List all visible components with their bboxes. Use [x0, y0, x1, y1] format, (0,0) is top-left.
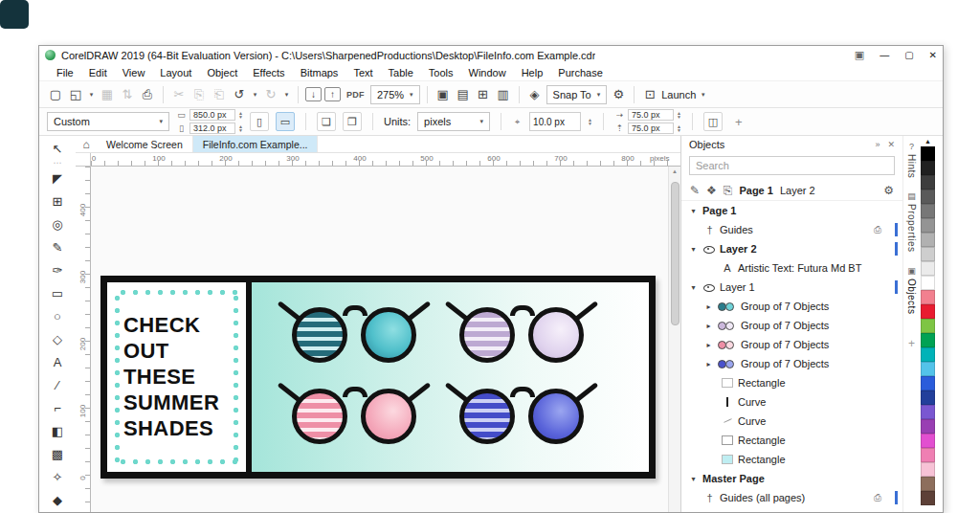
menu-bitmaps[interactable]: Bitmaps	[293, 65, 346, 80]
redo-caret-icon[interactable]: ▾	[282, 91, 291, 99]
page-width-spinner[interactable]: ▲▼	[238, 111, 243, 119]
artwork-text-panel[interactable]: CHECK OUT THESE SUMMER SHADES	[107, 282, 252, 472]
eyedropper-tool[interactable]: ✧	[43, 466, 72, 489]
palette-swatch[interactable]	[921, 362, 935, 376]
artwork-page[interactable]: CHECK OUT THESE SUMMER SHADES	[100, 276, 656, 479]
twisty-closed-icon[interactable]: ▸	[704, 322, 713, 330]
twisty-closed-icon[interactable]: ▸	[704, 302, 713, 311]
docker-collapse-icon[interactable]: »	[875, 140, 880, 149]
undo-icon[interactable]: ↺	[231, 87, 248, 101]
tree-row-rectangle[interactable]: Rectangle	[681, 373, 902, 392]
interactive-fill-tool[interactable]: ◧	[43, 420, 72, 443]
palette-swatch[interactable]	[921, 477, 935, 491]
zoom-tool[interactable]: ◎	[43, 213, 72, 236]
menu-layout[interactable]: Layout	[152, 65, 199, 80]
gallery-icon[interactable]: ▣	[855, 49, 864, 61]
show-rulers-icon[interactable]: ▤	[455, 87, 472, 101]
mesh-fill-tool[interactable]: ▩	[43, 443, 72, 466]
palette-swatch[interactable]	[921, 247, 935, 261]
launch-label[interactable]: Launch	[661, 89, 696, 100]
tab-objects[interactable]: ▣ Objects	[906, 266, 917, 314]
all-pages-button[interactable]: ❏	[317, 112, 336, 131]
units-combo[interactable]: pixels ▾	[417, 112, 490, 131]
duplicate-x-spinner[interactable]: ▲▼	[677, 111, 681, 119]
add-docker-plus-icon[interactable]: +	[908, 337, 915, 350]
palette-swatch[interactable]	[921, 175, 935, 190]
page-preset-combo[interactable]: Custom ▾	[47, 112, 169, 131]
ruler-origin-corner[interactable]	[76, 153, 91, 167]
artwork-glasses-panel[interactable]	[252, 282, 649, 472]
palette-swatch[interactable]	[921, 276, 935, 290]
text-tool[interactable]: A	[43, 351, 72, 374]
polygon-tool[interactable]: ◇	[43, 328, 72, 351]
tree-row-curve[interactable]: Curve	[681, 412, 902, 431]
fullscreen-preview-icon[interactable]: ▣	[434, 87, 452, 101]
copy-icon[interactable]: ⎘	[190, 87, 208, 102]
tree-row-group[interactable]: ▸ Group of 7 Objects	[681, 335, 902, 354]
palette-swatch[interactable]	[921, 491, 935, 505]
menu-tools[interactable]: Tools	[421, 65, 461, 80]
twisty-closed-icon[interactable]: ▸	[704, 360, 713, 368]
snap-to-dropdown[interactable]: Snap To ▾	[546, 85, 608, 104]
visibility-eye-icon[interactable]	[702, 281, 715, 293]
twisty-open-icon[interactable]: ▾	[689, 207, 698, 215]
sunglasses-pair-teal[interactable]	[284, 303, 424, 367]
tab-welcome-screen[interactable]: Welcome Screen	[97, 136, 193, 152]
palette-swatch[interactable]	[921, 333, 935, 347]
rectangle-tool[interactable]: ▭	[43, 282, 72, 305]
printer-icon[interactable]: ⎙	[874, 224, 881, 235]
scroll-up-icon[interactable]: ▲	[669, 168, 680, 174]
palette-swatch[interactable]	[921, 204, 935, 218]
palette-swatch[interactable]	[921, 190, 935, 204]
connector-tool[interactable]: ⌐	[43, 397, 72, 420]
landscape-button[interactable]: ▭	[276, 112, 295, 131]
tree-row-master-page[interactable]: ▾ Master Page	[681, 469, 902, 488]
palette-swatch[interactable]	[921, 146, 935, 161]
duplicate-x-field[interactable]: 75.0 px	[628, 109, 674, 121]
crop-tool[interactable]: ⊞	[43, 190, 72, 213]
palette-swatch[interactable]	[921, 233, 935, 247]
palette-swatch[interactable]	[921, 448, 935, 462]
outline-pen-tool[interactable]: ◆	[43, 489, 72, 512]
tree-row-rectangle[interactable]: Rectangle	[681, 450, 902, 469]
horizontal-ruler[interactable]: 0 100 200 300 400 500 600 700 800 pixels	[91, 153, 680, 167]
twisty-open-icon[interactable]: ▾	[689, 283, 698, 292]
menu-edit[interactable]: Edit	[81, 65, 115, 80]
open-caret-icon[interactable]: ▾	[87, 91, 96, 99]
shape-tool[interactable]: ◤	[43, 167, 72, 190]
page-height-field[interactable]: 312.0 px	[189, 123, 235, 134]
vertical-ruler[interactable]: 400 300 200 100 0	[76, 167, 91, 512]
palette-swatch[interactable]	[921, 390, 935, 405]
launch-caret-icon[interactable]: ▾	[699, 91, 707, 99]
palette-swatch[interactable]	[921, 376, 935, 390]
duplicate-y-field[interactable]: 75.0 px	[628, 123, 674, 134]
ellipse-tool[interactable]: ○	[43, 305, 72, 328]
sunglasses-pair-pink[interactable]	[284, 385, 424, 448]
treat-as-filled-button[interactable]: ◫	[703, 112, 723, 131]
import-icon[interactable]: ↓	[305, 87, 322, 101]
tree-row-group[interactable]: ▸ Group of 7 Objects	[681, 297, 902, 316]
palette-swatch[interactable]	[921, 304, 935, 319]
page-icon[interactable]: ⎘	[724, 184, 733, 197]
options-gear-icon[interactable]: ⚙	[610, 87, 627, 101]
tab-fileinfo-example[interactable]: FileInfo.com Example...	[193, 136, 319, 152]
page-width-field[interactable]: 850.0 px	[189, 109, 235, 121]
menu-object[interactable]: Object	[199, 65, 245, 80]
tab-properties[interactable]: ▤ Properties	[906, 191, 917, 253]
zoom-level-combo[interactable]: 275% ▾	[370, 85, 420, 104]
new-document-icon[interactable]: ▢	[47, 87, 64, 101]
open-icon[interactable]: ◱	[67, 87, 84, 101]
maximize-button[interactable]: ▢	[904, 50, 913, 60]
portrait-button[interactable]: ▯	[250, 112, 269, 131]
tree-row-page1[interactable]: ▾ Page 1	[681, 201, 902, 220]
menu-window[interactable]: Window	[461, 65, 514, 80]
artwork-headline[interactable]: CHECK OUT THESE SUMMER SHADES	[123, 312, 219, 441]
menu-table[interactable]: Table	[381, 65, 421, 80]
palette-swatch[interactable]	[921, 462, 935, 477]
snap-icon[interactable]: ◈	[526, 87, 544, 101]
palette-swatch[interactable]	[921, 419, 935, 434]
scrollbar-thumb[interactable]	[671, 182, 679, 325]
launch-icon[interactable]: ⊡	[641, 87, 658, 101]
canvas-vertical-scrollbar[interactable]: ▲	[668, 167, 680, 512]
drawing-canvas[interactable]: CHECK OUT THESE SUMMER SHADES	[91, 167, 668, 512]
